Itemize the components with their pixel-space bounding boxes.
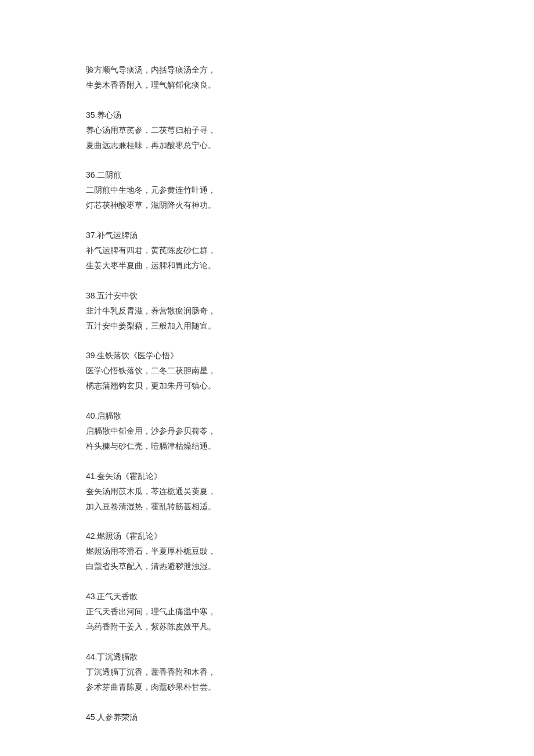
verse-line: 杵头糠与砂仁壳，噎膈津枯燥结通。 <box>86 439 534 454</box>
formula-entry: 37.补气运脾汤 补气运脾有四君，黄芪陈皮砂仁群， 生姜大枣半夏曲，运脾和胃此方… <box>86 228 534 273</box>
formula-title: 37.补气运脾汤 <box>86 228 534 243</box>
formula-entry: 39.生铁落饮《医学心悟》 医学心悟铁落饮，二冬二茯胆南星， 橘志蒲翘钩玄贝，更… <box>86 348 534 394</box>
document-page: 验方顺气导痰汤，内括导痰汤全方， 生姜木香香附入，理气解郁化痰良。 35.养心汤… <box>0 0 534 756</box>
formula-title: 38.五汁安中饮 <box>86 289 534 304</box>
verse-line: 乌药香附干姜入，紫苏陈皮效平凡。 <box>86 620 534 635</box>
formula-entry: 38.五汁安中饮 韭汁牛乳反胃滋，养营散瘀润肠奇， 五汁安中姜梨藕，三般加入用随… <box>86 289 534 334</box>
formula-title: 40.启膈散 <box>86 409 534 424</box>
formula-title: 42.燃照汤《霍乱论》 <box>86 529 534 544</box>
formula-title: 44.丁沉透膈散 <box>86 650 534 665</box>
formula-entry: 42.燃照汤《霍乱论》 燃照汤用芩滑石，半夏厚朴栀豆豉， 白蔻省头草配入，清热避… <box>86 529 534 574</box>
verse-line: 灯芯茯神酸枣草，滋阴降火有神功。 <box>86 198 534 213</box>
verse-line: 夏曲远志兼桂味，再加酸枣总宁心。 <box>86 138 534 153</box>
formula-entry: 43.正气天香散 正气天香出河间，理气止痛温中寒， 乌药香附干姜入，紫苏陈皮效平… <box>86 589 534 635</box>
verse-line: 蚕矢汤用苡木瓜，芩连栀通吴萸夏， <box>86 484 534 499</box>
formula-title: 45.人参养荣汤 <box>86 710 534 725</box>
verse-line: 生姜大枣半夏曲，运脾和胃此方论。 <box>86 258 534 273</box>
verse-line: 燃照汤用芩滑石，半夏厚朴栀豆豉， <box>86 544 534 559</box>
formula-title: 43.正气天香散 <box>86 589 534 604</box>
formula-entry: 40.启膈散 启膈散中郁金用，沙参丹参贝荷苓， 杵头糠与砂仁壳，噎膈津枯燥结通。 <box>86 409 534 454</box>
verse-line: 启膈散中郁金用，沙参丹参贝荷苓， <box>86 424 534 439</box>
formula-entry: 41.蚕矢汤《霍乱论》 蚕矢汤用苡木瓜，芩连栀通吴萸夏， 加入豆卷清湿热，霍乱转… <box>86 469 534 514</box>
verse-line: 韭汁牛乳反胃滋，养营散瘀润肠奇， <box>86 304 534 319</box>
verse-line: 白蔻省头草配入，清热避秽泄浊湿。 <box>86 559 534 574</box>
formula-entry: 44.丁沉透膈散 丁沉透膈丁沉香，藿香香附和木香， 参术芽曲青陈夏，肉蔻砂果朴甘… <box>86 650 534 695</box>
verse-line: 参术芽曲青陈夏，肉蔻砂果朴甘尝。 <box>86 680 534 695</box>
verse-line: 正气天香出河间，理气止痛温中寒， <box>86 604 534 620</box>
formula-title: 36.二阴煎 <box>86 168 534 183</box>
verse-line: 养心汤用草芪参，二茯芎归柏子寻， <box>86 123 534 138</box>
formula-title: 39.生铁落饮《医学心悟》 <box>86 348 534 363</box>
formula-entry: 36.二阴煎 二阴煎中生地冬，元参黄连竹叶通， 灯芯茯神酸枣草，滋阴降火有神功。 <box>86 168 534 213</box>
verse-line: 加入豆卷清湿热，霍乱转筋甚相适。 <box>86 499 534 514</box>
verse-line: 生姜木香香附入，理气解郁化痰良。 <box>86 78 534 93</box>
verse-line: 二阴煎中生地冬，元参黄连竹叶通， <box>86 183 534 198</box>
verse-line: 医学心悟铁落饮，二冬二茯胆南星， <box>86 363 534 379</box>
verse-line: 验方顺气导痰汤，内括导痰汤全方， <box>86 63 534 78</box>
formula-title: 41.蚕矢汤《霍乱论》 <box>86 469 534 484</box>
formula-entry: 45.人参养荣汤 <box>86 710 534 725</box>
formula-entry: 验方顺气导痰汤，内括导痰汤全方， 生姜木香香附入，理气解郁化痰良。 <box>86 63 534 93</box>
verse-line: 五汁安中姜梨藕，三般加入用随宜。 <box>86 319 534 334</box>
formula-entry: 35.养心汤 养心汤用草芪参，二茯芎归柏子寻， 夏曲远志兼桂味，再加酸枣总宁心。 <box>86 108 534 153</box>
verse-line: 补气运脾有四君，黄芪陈皮砂仁群， <box>86 243 534 258</box>
verse-line: 丁沉透膈丁沉香，藿香香附和木香， <box>86 665 534 680</box>
formula-title: 35.养心汤 <box>86 108 534 123</box>
verse-line: 橘志蒲翘钩玄贝，更加朱丹可镇心。 <box>86 379 534 394</box>
